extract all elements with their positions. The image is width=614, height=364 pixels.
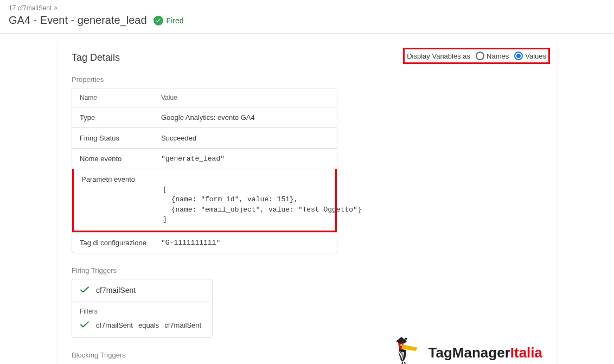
radio-values[interactable]: Values	[514, 52, 546, 60]
display-variables-label: Display Variables as	[407, 52, 470, 60]
properties-label: Properties	[72, 75, 542, 84]
check-icon	[80, 321, 89, 330]
table-header: Name Value	[72, 88, 337, 107]
radio-names-label: Names	[487, 52, 509, 60]
filter-op: equals	[138, 321, 159, 329]
breadcrumb[interactable]: 17 cf7mailSent >	[9, 4, 605, 12]
fired-badge: Fired	[154, 16, 184, 25]
radio-icon	[476, 52, 484, 60]
filter-row: cf7mailSent equals cf7mailSent	[72, 317, 212, 337]
prop-value: "generate_lead"	[161, 155, 225, 163]
col-value-header: Value	[161, 94, 177, 101]
radio-icon	[514, 52, 523, 60]
col-name-header: Name	[80, 94, 161, 101]
prop-name: Type	[80, 113, 161, 122]
prop-name: Nome evento	[80, 155, 161, 163]
table-row: Parametri evento [ {name: "form_id", val…	[72, 169, 337, 232]
svg-rect-0	[405, 338, 407, 340]
logo: TagManagerItalia	[392, 336, 542, 364]
table-row: Tag di configurazione "G-1111111111"	[72, 232, 337, 253]
prop-name: Parametri evento	[81, 175, 163, 183]
filter-left: cf7mailSent	[96, 321, 133, 329]
check-circle-icon	[154, 16, 163, 25]
firing-trigger-box: cf7mailSent Filters cf7mailSent equals c…	[72, 279, 213, 338]
bird-icon	[392, 336, 424, 364]
table-row: Type Google Analytics: evento GA4	[72, 107, 337, 127]
display-variables-toggle: Display Variables as Names Values	[403, 48, 550, 64]
page-title: GA4 - Event - generate_lead	[9, 14, 147, 27]
svg-point-2	[400, 344, 401, 346]
radio-names[interactable]: Names	[476, 52, 509, 60]
firing-triggers-label: Firing Triggers	[72, 266, 542, 274]
prop-name: Tag di configurazione	[80, 239, 161, 247]
filter-right: cf7mailSent	[164, 321, 201, 329]
table-row: Firing Status Succeeded	[72, 127, 337, 148]
tag-details-card: Display Variables as Names Values Tag De…	[57, 40, 557, 364]
radio-values-label: Values	[525, 52, 546, 60]
check-icon	[80, 286, 89, 295]
prop-value: "G-1111111111"	[161, 239, 220, 247]
filters-label: Filters	[72, 302, 212, 317]
prop-value: [ {name: "form_id", value: 151}, {name: …	[163, 175, 362, 225]
trigger-header[interactable]: cf7mailSent	[72, 279, 212, 302]
trigger-name: cf7mailSent	[96, 286, 136, 295]
logo-text: TagManagerItalia	[428, 344, 542, 361]
table-row: Nome evento "generate_lead"	[72, 148, 337, 169]
prop-value: Succeeded	[161, 134, 196, 142]
prop-name: Firing Status	[80, 134, 161, 142]
properties-table: Name Value Type Google Analytics: evento…	[72, 88, 337, 253]
prop-value: Google Analytics: evento GA4	[161, 113, 255, 122]
fired-label: Fired	[167, 16, 184, 25]
